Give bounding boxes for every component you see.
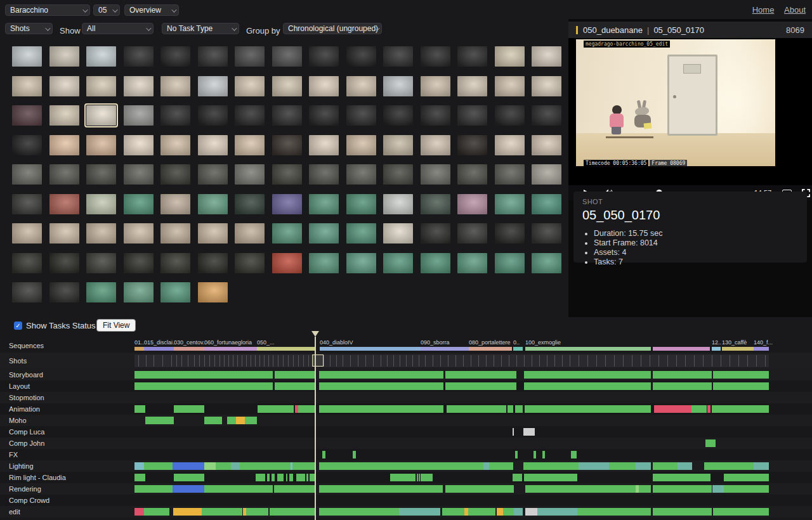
shot-thumbnail[interactable] bbox=[346, 223, 376, 244]
shot-thumbnail[interactable] bbox=[12, 135, 42, 155]
task-lane[interactable] bbox=[134, 415, 769, 426]
task-segment[interactable] bbox=[653, 485, 712, 493]
shot-thumbnail[interactable] bbox=[421, 164, 450, 185]
task-segment[interactable] bbox=[134, 405, 145, 413]
shot-thumbnail[interactable] bbox=[124, 194, 154, 214]
shot-thumbnail[interactable] bbox=[421, 46, 450, 67]
task-segment[interactable] bbox=[275, 371, 315, 379]
shot-thumbnail[interactable] bbox=[272, 105, 302, 126]
shot-thumbnail[interactable] bbox=[235, 253, 265, 273]
task-segment[interactable] bbox=[713, 508, 769, 516]
shot-thumbnail[interactable] bbox=[309, 253, 339, 273]
shot-thumbnail[interactable] bbox=[532, 135, 561, 155]
task-segment[interactable] bbox=[216, 462, 231, 470]
task-segment[interactable] bbox=[525, 485, 636, 493]
shot-thumbnail[interactable] bbox=[457, 105, 487, 126]
task-segment[interactable] bbox=[275, 382, 315, 390]
shot-thumbnail[interactable] bbox=[272, 164, 302, 185]
shot-thumbnail[interactable] bbox=[235, 76, 265, 96]
playhead-marker[interactable] bbox=[311, 331, 319, 337]
task-lane[interactable] bbox=[134, 449, 769, 460]
shot-thumbnail[interactable] bbox=[86, 282, 116, 302]
shot-thumbnail[interactable] bbox=[124, 223, 154, 244]
task-segment[interactable] bbox=[134, 508, 144, 516]
shot-thumbnail[interactable] bbox=[235, 164, 265, 185]
sequence-bar[interactable] bbox=[653, 347, 710, 351]
shot-thumbnail[interactable] bbox=[49, 105, 79, 126]
task-segment[interactable] bbox=[713, 382, 769, 390]
task-lane[interactable] bbox=[134, 438, 769, 449]
sequence-bar[interactable] bbox=[320, 347, 421, 351]
shot-thumbnail[interactable] bbox=[346, 76, 376, 96]
shot-thumbnail[interactable] bbox=[421, 223, 450, 244]
shot-thumbnail[interactable] bbox=[421, 194, 450, 214]
shot-thumbnail[interactable] bbox=[272, 194, 302, 214]
task-segment[interactable] bbox=[173, 462, 204, 470]
task-segment[interactable] bbox=[353, 451, 356, 458]
task-segment[interactable] bbox=[134, 474, 145, 481]
task-segment[interactable] bbox=[231, 462, 240, 470]
sequence-bar[interactable] bbox=[754, 347, 769, 351]
group-by-select[interactable]: Chronological (ungrouped) bbox=[283, 23, 382, 34]
task-segment[interactable] bbox=[173, 485, 204, 493]
shot-thumbnail[interactable] bbox=[495, 105, 525, 126]
task-segment[interactable] bbox=[421, 474, 433, 481]
shot-thumbnail[interactable] bbox=[495, 194, 525, 214]
task-segment[interactable] bbox=[258, 405, 294, 413]
shot-thumbnail[interactable] bbox=[86, 164, 116, 185]
task-segment[interactable] bbox=[579, 462, 609, 470]
task-segment[interactable] bbox=[524, 371, 651, 379]
sequence-bar[interactable] bbox=[525, 347, 651, 351]
task-segment[interactable] bbox=[236, 417, 245, 424]
shot-thumbnail[interactable] bbox=[160, 135, 190, 155]
shot-thumbnail[interactable] bbox=[346, 194, 376, 214]
task-segment[interactable] bbox=[653, 371, 712, 379]
shot-thumbnail[interactable] bbox=[12, 76, 42, 96]
task-lane[interactable] bbox=[134, 426, 769, 438]
task-segment[interactable] bbox=[144, 462, 173, 470]
shot-thumbnail[interactable] bbox=[532, 76, 561, 96]
entity-select[interactable]: Shots bbox=[5, 23, 53, 34]
shot-thumbnail[interactable] bbox=[532, 164, 561, 185]
shot-thumbnail[interactable] bbox=[495, 164, 525, 185]
shot-thumbnail[interactable] bbox=[124, 164, 154, 185]
shot-thumbnail[interactable] bbox=[198, 253, 228, 273]
task-segment[interactable] bbox=[705, 439, 716, 447]
shot-thumbnail[interactable] bbox=[235, 194, 265, 214]
shot-thumbnail[interactable] bbox=[421, 105, 450, 126]
task-segment[interactable] bbox=[286, 474, 287, 481]
shot-thumbnail[interactable] bbox=[12, 105, 42, 126]
task-segment[interactable] bbox=[173, 508, 202, 516]
shot-thumbnail[interactable] bbox=[86, 105, 116, 126]
task-segment[interactable] bbox=[636, 462, 651, 470]
task-segment[interactable] bbox=[523, 462, 579, 470]
task-segment[interactable] bbox=[204, 485, 273, 493]
task-segment[interactable] bbox=[712, 405, 769, 413]
shot-thumbnail[interactable] bbox=[309, 105, 339, 126]
shot-thumbnail[interactable] bbox=[421, 253, 450, 273]
shot-thumbnail[interactable] bbox=[160, 105, 190, 126]
shot-thumbnail[interactable] bbox=[457, 253, 487, 273]
task-segment[interactable] bbox=[390, 474, 416, 481]
shot-thumbnail[interactable] bbox=[49, 46, 79, 67]
task-segment[interactable] bbox=[525, 405, 651, 413]
fit-view-button[interactable]: Fit View bbox=[96, 319, 136, 332]
task-lane[interactable] bbox=[134, 506, 769, 517]
shot-thumbnail[interactable] bbox=[198, 135, 228, 155]
task-segment[interactable] bbox=[468, 508, 495, 516]
shot-thumbnail[interactable] bbox=[12, 282, 42, 302]
task-segment[interactable] bbox=[653, 382, 712, 390]
task-segment[interactable] bbox=[306, 474, 308, 481]
task-lane[interactable] bbox=[134, 380, 769, 392]
sequence-bar[interactable] bbox=[257, 347, 316, 351]
task-segment[interactable] bbox=[639, 485, 651, 493]
task-segment[interactable] bbox=[503, 508, 514, 516]
shot-thumbnail[interactable] bbox=[309, 76, 339, 96]
sequences-lane[interactable]: 01..015_disclai..030_centov..060_fortuna… bbox=[134, 339, 769, 353]
shot-thumbnail[interactable] bbox=[124, 135, 154, 155]
shot-thumbnail[interactable] bbox=[383, 105, 413, 126]
task-segment[interactable] bbox=[653, 474, 710, 481]
shot-thumbnail[interactable] bbox=[309, 46, 339, 67]
shot-thumbnail[interactable] bbox=[532, 194, 561, 214]
task-segment[interactable] bbox=[524, 382, 651, 390]
